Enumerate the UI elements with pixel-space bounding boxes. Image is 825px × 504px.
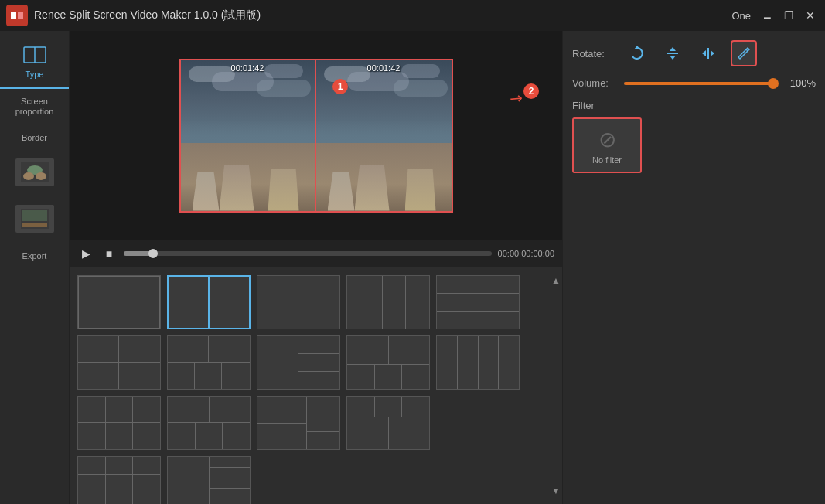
- sidebar-thumb2: [15, 205, 54, 233]
- flip-vertical-button[interactable]: [660, 40, 686, 66]
- sidebar: Type Screen proportion Border: [0, 31, 70, 504]
- layout-2col[interactable]: [167, 275, 251, 329]
- layout-4mixed2[interactable]: [346, 335, 430, 390]
- svg-rect-9: [22, 210, 47, 221]
- filter-section: Filter ⊘ No filter: [572, 100, 816, 495]
- layout-5grid[interactable]: [77, 396, 161, 450]
- sidebar-type-label: Type: [26, 70, 44, 80]
- layout-6grid[interactable]: [77, 456, 161, 504]
- play-button[interactable]: ▶: [77, 245, 94, 262]
- progress-bar[interactable]: [124, 251, 492, 256]
- sidebar-export-label: Export: [22, 251, 47, 261]
- svg-rect-0: [11, 12, 16, 19]
- layout-area: ▲ ▼: [70, 267, 562, 504]
- close-button[interactable]: ✕: [802, 7, 819, 24]
- layout-4mixed[interactable]: [257, 335, 340, 390]
- app-logo: [6, 5, 28, 26]
- svg-point-6: [23, 172, 34, 180]
- stop-button[interactable]: ■: [101, 245, 118, 262]
- sidebar-item-thumbnail1[interactable]: [0, 151, 69, 197]
- layout-grid: [70, 267, 562, 504]
- step-badge-1: 1: [332, 79, 348, 94]
- flip-horizontal-button[interactable]: [695, 40, 721, 66]
- layout-3row[interactable]: [436, 275, 520, 329]
- type-icon: [23, 46, 46, 67]
- volume-dot: [768, 78, 779, 89]
- svg-marker-16: [702, 50, 706, 56]
- volume-slider[interactable]: [624, 82, 777, 85]
- svg-marker-11: [634, 46, 640, 49]
- sidebar-item-type[interactable]: Type: [0, 39, 69, 89]
- sidebar-item-border[interactable]: Border: [0, 125, 69, 151]
- svg-marker-17: [711, 50, 714, 56]
- time-display: 00:00:00:00:00: [498, 249, 554, 258]
- layout-single[interactable]: [77, 275, 161, 329]
- user-label: One: [731, 10, 751, 22]
- layout-4col[interactable]: [436, 335, 520, 390]
- volume-fill: [624, 82, 777, 85]
- layout-4grid-v[interactable]: [167, 335, 251, 390]
- layout-6grid2[interactable]: [167, 456, 251, 504]
- volume-row: Volume: 100%: [572, 77, 816, 89]
- svg-rect-10: [22, 223, 47, 227]
- svg-rect-12: [667, 53, 678, 54]
- filter-label: Filter: [572, 100, 816, 111]
- rotate-label: Rotate:: [572, 48, 615, 60]
- filter-no-filter[interactable]: ⊘ No filter: [572, 117, 642, 173]
- svg-rect-15: [707, 48, 709, 59]
- progress-dot: [148, 249, 158, 258]
- sidebar-border-label: Border: [22, 133, 47, 143]
- titlebar: Renee Split Screen Video Maker 1.0.0 (試用…: [0, 0, 825, 31]
- volume-value: 100%: [786, 77, 816, 89]
- layout-row-4: [77, 456, 554, 504]
- layout-5mixed[interactable]: [257, 396, 340, 450]
- svg-point-7: [36, 172, 46, 180]
- layout-4grid[interactable]: [77, 335, 161, 390]
- right-panel: Rotate:: [562, 31, 825, 504]
- sidebar-item-thumbnail2[interactable]: [0, 197, 69, 243]
- maximize-button[interactable]: ❐: [780, 7, 797, 24]
- sidebar-screen-proportion-label: Screen proportion: [3, 97, 66, 117]
- svg-marker-14: [670, 56, 676, 60]
- window-controls: One 🗕 ❐ ✕: [731, 0, 819, 31]
- svg-marker-13: [670, 47, 676, 51]
- sidebar-item-screen-proportion[interactable]: Screen proportion: [0, 89, 69, 124]
- timestamp-left: 00:01:42: [231, 63, 264, 73]
- rotate-cw-button[interactable]: [624, 40, 650, 66]
- layout-2col-unequal[interactable]: [257, 275, 340, 329]
- split-preview: 00:01:42: [179, 59, 453, 213]
- no-filter-label: No filter: [592, 155, 622, 165]
- app-title: Renee Split Screen Video Maker 1.0.0 (試用…: [34, 9, 819, 22]
- filter-grid: ⊘ No filter: [572, 117, 816, 173]
- layout-5mixed2[interactable]: [346, 396, 430, 450]
- scroll-up-arrow[interactable]: ▲: [550, 275, 562, 286]
- playback-controls: ▶ ■ 00:00:00:00:00: [70, 240, 562, 267]
- step-badge-2: 2: [523, 83, 539, 99]
- preview-area: 1 00:01:42: [70, 31, 562, 240]
- layout-row-3: [77, 396, 554, 450]
- volume-label: Volume:: [572, 77, 615, 89]
- main-layout: Type Screen proportion Border: [0, 31, 825, 504]
- preview-panel-left: 00:01:42: [181, 60, 316, 211]
- layout-row-1: [77, 275, 554, 329]
- sidebar-thumb1: [15, 158, 54, 186]
- sidebar-item-export[interactable]: Export: [0, 243, 69, 269]
- scroll-down-arrow[interactable]: ▼: [550, 485, 562, 496]
- no-filter-icon: ⊘: [598, 127, 616, 152]
- edit-button[interactable]: [731, 40, 757, 66]
- layout-row-2: [77, 335, 554, 390]
- timestamp-right: 00:01:42: [367, 63, 401, 73]
- svg-rect-1: [18, 12, 23, 19]
- minimize-button[interactable]: 🗕: [759, 7, 776, 24]
- layout-5grid-v[interactable]: [167, 396, 251, 450]
- center-panel: 1 00:01:42: [70, 31, 562, 504]
- rotate-row: Rotate:: [572, 40, 816, 66]
- layout-3col-narrow[interactable]: [346, 275, 430, 329]
